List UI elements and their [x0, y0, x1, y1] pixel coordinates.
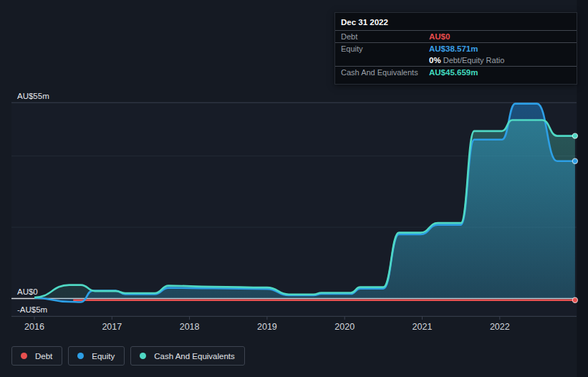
debt-end-marker [572, 297, 577, 302]
legend-item-cash[interactable]: Cash And Equivalents [130, 346, 245, 366]
tooltip: Dec 31 2022 Debt AU$0 Equity AU$38.571m … [334, 12, 577, 85]
legend-item-equity[interactable]: Equity [68, 346, 125, 366]
legend-debt-label: Debt [35, 352, 52, 361]
tooltip-equity-value: AU$38.571m [429, 44, 478, 53]
tooltip-row-cash: Cash And Equivalents AU$45.659m [335, 66, 577, 78]
debt-equity-history-chart[interactable]: 2016201720182019202020212022AU$55mAU$0-A… [0, 0, 588, 377]
x-tick-label-2019: 2019 [257, 322, 277, 332]
tooltip-debt-value: AU$0 [429, 32, 450, 41]
legend-cash-label: Cash And Equivalents [154, 352, 235, 361]
equity-end-marker [572, 158, 577, 163]
tooltip-row-ratio: 0% Debt/Equity Ratio [335, 54, 577, 66]
tooltip-date: Dec 31 2022 [335, 13, 577, 30]
tooltip-cash-value: AU$45.659m [429, 68, 478, 77]
tooltip-row-equity: Equity AU$38.571m [335, 42, 577, 54]
x-tick-label-2017: 2017 [102, 322, 122, 332]
tooltip-cash-label: Cash And Equivalents [335, 68, 429, 77]
x-tick-label-2022: 2022 [490, 322, 510, 332]
legend-item-debt[interactable]: Debt [11, 346, 62, 366]
tooltip-debt-label: Debt [335, 32, 429, 41]
tooltip-ratio-label: Debt/Equity Ratio [441, 56, 505, 65]
chart-legend: Debt Equity Cash And Equivalents [11, 346, 245, 366]
right-margin [577, 0, 588, 377]
cash-end-marker [572, 133, 577, 138]
x-tick-label-2020: 2020 [334, 322, 355, 332]
y-axis-label-55: AU$55m [17, 92, 49, 100]
y-axis-label-0: AU$0 [17, 287, 38, 296]
tooltip-equity-label: Equity [335, 44, 429, 53]
debt-series-dot-icon [21, 353, 27, 359]
y-axis-label--5: -AU$5m [17, 305, 47, 314]
equity-series-dot-icon [77, 353, 84, 359]
cash-series-dot-icon [140, 353, 146, 359]
legend-equity-label: Equity [92, 352, 115, 361]
tooltip-row-debt: Debt AU$0 [335, 30, 577, 42]
x-tick-label-2016: 2016 [24, 322, 44, 332]
x-tick-label-2021: 2021 [413, 322, 433, 332]
x-tick-label-2018: 2018 [180, 322, 200, 332]
tooltip-ratio-value: 0% Debt/Equity Ratio [429, 56, 504, 65]
